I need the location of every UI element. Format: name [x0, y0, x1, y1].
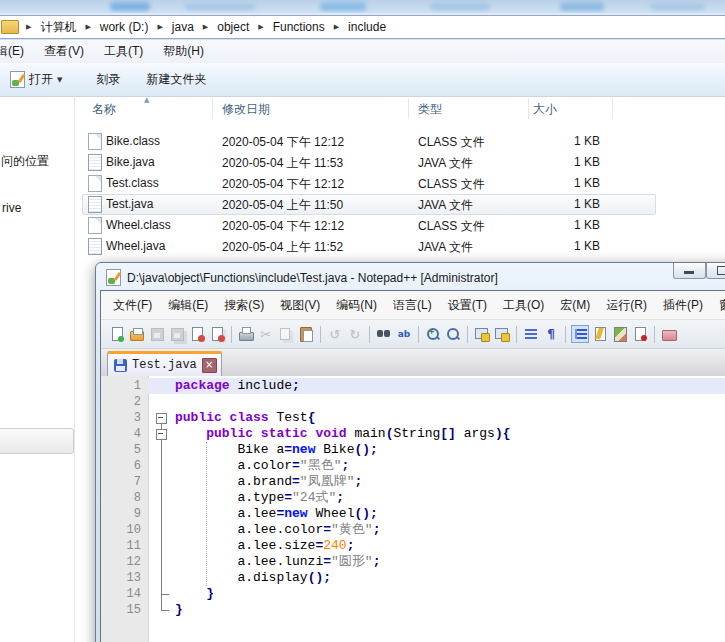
- save-all-icon[interactable]: [169, 326, 185, 342]
- npp-menu-item[interactable]: 运行(R): [598, 294, 655, 317]
- code-line[interactable]: 8 a.type="24式";: [101, 490, 725, 506]
- explorer-menu-item[interactable]: 工具(T): [94, 41, 153, 62]
- replace-icon[interactable]: ab: [396, 326, 412, 342]
- sort-ascending-icon[interactable]: ▲: [144, 96, 149, 104]
- npp-titlebar[interactable]: D:\java\object\Functions\include\Test.ja…: [106, 269, 666, 286]
- code-line[interactable]: 2: [101, 394, 725, 410]
- save-icon[interactable]: [149, 326, 165, 342]
- table-row[interactable]: Test.class2020-05-04 下午 12:12CLASS 文件1 K…: [82, 173, 656, 194]
- npp-menu-item[interactable]: 设置(T): [440, 294, 495, 317]
- code-line[interactable]: 9 a.lee=new Wheel();: [101, 506, 725, 522]
- table-row[interactable]: Bike.class2020-05-04 下午 12:12CLASS 文件1 K…: [82, 131, 656, 152]
- code-text: package include;: [175, 378, 300, 394]
- npp-menu-item[interactable]: 编辑(E): [160, 294, 216, 317]
- explorer-menu-item[interactable]: 帮助(H): [153, 41, 214, 62]
- code-token-op: ();: [308, 570, 331, 585]
- breadcrumb-item[interactable]: include: [346, 19, 388, 35]
- code-line[interactable]: 11 a.lee.size=240;: [101, 538, 725, 554]
- fold-marker-open[interactable]: [156, 413, 167, 424]
- burn-button[interactable]: 刻录: [88, 67, 128, 92]
- open-file-icon[interactable]: [129, 326, 145, 342]
- address-bar[interactable]: ▶计算机▶work (D:)▶java▶object▶Functions▶inc…: [0, 15, 725, 39]
- npp-menu-item[interactable]: 文件(F): [105, 294, 160, 317]
- find-icon[interactable]: [376, 326, 392, 342]
- column-separator[interactable]: [528, 98, 529, 119]
- npp-menu-item[interactable]: 语言(L): [385, 294, 440, 317]
- breadcrumb-item[interactable]: Functions: [271, 19, 327, 35]
- code-editor[interactable]: 1package include;23public class Test{4 p…: [101, 376, 725, 642]
- toolbar-separator: [418, 326, 419, 343]
- line-number: 1: [101, 378, 141, 394]
- table-row[interactable]: Wheel.java2020-05-04 上午 11:52JAVA 文件1 KB: [82, 236, 656, 257]
- redo-icon[interactable]: ↻: [347, 326, 363, 342]
- code-line[interactable]: 5 Bike a=new Bike();: [101, 442, 725, 458]
- breadcrumb-arrow-icon: ▶: [78, 23, 97, 31]
- code-line[interactable]: 1package include;: [101, 378, 725, 394]
- code-line[interactable]: 6 a.color="黑色";: [101, 458, 725, 474]
- fold-marker-open[interactable]: [156, 429, 167, 440]
- new-folder-button[interactable]: 新建文件夹: [138, 67, 214, 92]
- code-line[interactable]: 4 public static void main(String[] args)…: [101, 426, 725, 442]
- code-line[interactable]: 14 }: [101, 586, 725, 602]
- folder-workspace-icon[interactable]: [661, 326, 677, 342]
- npp-menu-item[interactable]: 插件(P): [655, 294, 711, 317]
- sync-horizontal-icon[interactable]: [494, 326, 510, 342]
- column-header-type[interactable]: 类型: [418, 101, 442, 118]
- npp-menu-item[interactable]: 工具(O): [495, 294, 552, 317]
- macro-record-icon[interactable]: [632, 326, 648, 342]
- npp-menu-item[interactable]: 宏(M): [552, 294, 598, 317]
- new-file-icon[interactable]: [109, 326, 125, 342]
- zoom-in-icon[interactable]: +: [425, 326, 441, 342]
- npp-menu-item[interactable]: 视图(V): [272, 294, 328, 317]
- sync-vertical-icon[interactable]: [474, 326, 490, 342]
- column-separator[interactable]: [612, 98, 613, 119]
- zoom-out-icon[interactable]: [445, 326, 461, 342]
- function-list-icon[interactable]: [592, 326, 608, 342]
- sidebar-item-drive[interactable]: rive: [2, 201, 21, 215]
- print-icon[interactable]: [238, 326, 254, 342]
- table-row[interactable]: Test.java2020-05-04 上午 11:50JAVA 文件1 KB: [82, 194, 656, 215]
- npp-menu-item[interactable]: 搜索(S): [216, 294, 272, 317]
- explorer-menu-item[interactable]: 查看(V): [34, 41, 94, 62]
- breadcrumb-item[interactable]: work (D:): [98, 19, 151, 35]
- table-row[interactable]: Bike.java2020-05-04 上午 11:53JAVA 文件1 KB: [82, 152, 656, 173]
- npp-menu-item[interactable]: 窗口(W: [711, 294, 725, 317]
- sidebar-button-partial[interactable]: [0, 428, 74, 454]
- column-separator[interactable]: [408, 98, 409, 119]
- code-line[interactable]: 10 a.lee.color="黄色";: [101, 522, 725, 538]
- cut-icon[interactable]: ✂: [258, 326, 274, 342]
- show-all-chars-icon[interactable]: ¶: [543, 326, 559, 342]
- undo-icon[interactable]: ↺: [327, 326, 343, 342]
- indent-guide-icon[interactable]: [572, 326, 588, 342]
- minimize-button[interactable]: [673, 263, 706, 279]
- column-header-size[interactable]: 大小: [533, 101, 557, 118]
- paste-icon[interactable]: [298, 326, 314, 342]
- maximize-button[interactable]: [706, 263, 725, 279]
- code-line[interactable]: 15}: [101, 602, 725, 618]
- file-date: 2020-05-04 下午 12:12: [222, 218, 344, 235]
- close-icon[interactable]: [189, 326, 205, 342]
- close-all-icon[interactable]: [209, 326, 225, 342]
- document-map-icon[interactable]: [612, 326, 628, 342]
- code-line[interactable]: 12 a.lee.lunzi="圆形";: [101, 554, 725, 570]
- word-wrap-icon[interactable]: [523, 326, 539, 342]
- code-token-op: }: [206, 586, 214, 601]
- breadcrumb-item[interactable]: java: [170, 19, 196, 35]
- code-line[interactable]: 7 a.brand="凤凰牌";: [101, 474, 725, 490]
- close-tab-icon[interactable]: ×: [202, 358, 217, 373]
- sidebar-item-recent-places[interactable]: 问的位置: [1, 153, 49, 170]
- breadcrumb-item[interactable]: object: [215, 19, 251, 35]
- explorer-menu-item[interactable]: 辑(E): [0, 41, 34, 62]
- copy-icon[interactable]: [278, 326, 294, 342]
- table-row[interactable]: Wheel.class2020-05-04 下午 12:12CLASS 文件1 …: [82, 215, 656, 236]
- code-line[interactable]: 13 a.display();: [101, 570, 725, 586]
- npp-menu-item[interactable]: 编码(N): [328, 294, 385, 317]
- column-separator[interactable]: [212, 98, 213, 119]
- column-header-date[interactable]: 修改日期: [222, 101, 270, 118]
- tab-test-java[interactable]: Test.java ×: [107, 351, 222, 376]
- open-button[interactable]: 打开 ▼: [2, 67, 70, 92]
- column-header-name[interactable]: 名称: [92, 101, 116, 118]
- code-line[interactable]: 3public class Test{: [101, 410, 725, 426]
- code-text: a.lee.size=240;: [175, 538, 354, 554]
- breadcrumb-item[interactable]: 计算机: [38, 18, 78, 37]
